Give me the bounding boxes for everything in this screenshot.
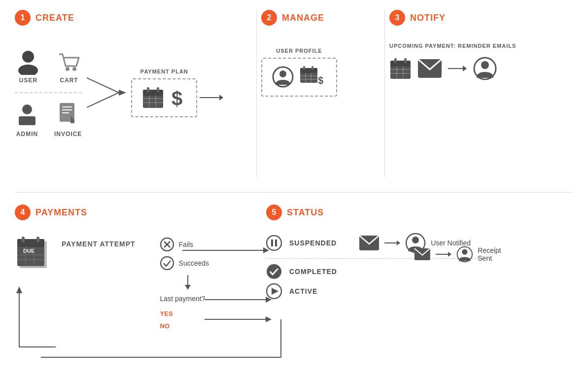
- payment-plan-box: $: [131, 78, 197, 117]
- admin-invoice-row: ADMIN INVOICE: [15, 102, 82, 137]
- calendar-dollar-icon: $: [299, 66, 326, 88]
- svg-rect-34: [390, 61, 411, 67]
- suspended-icon: [266, 235, 282, 251]
- svg-text:$: $: [172, 88, 182, 109]
- svg-rect-48: [36, 237, 39, 242]
- svg-point-67: [267, 264, 281, 279]
- no-row: NO: [160, 322, 209, 330]
- create-divider: [15, 92, 82, 93]
- svg-rect-36: [404, 58, 407, 63]
- svg-point-0: [22, 51, 34, 63]
- diagram: 1 CREATE USER: [0, 0, 588, 377]
- notify-user-icon: [473, 56, 497, 81]
- outcome-branches: Fails Succeeds: [160, 235, 209, 330]
- loop-up-arrow: [16, 286, 23, 293]
- notify-label: NOTIFY: [410, 13, 446, 23]
- step-badge-4: 4: [15, 205, 31, 220]
- cart-icon-container: CART: [57, 50, 81, 84]
- svg-rect-47: [22, 237, 25, 242]
- svg-rect-63: [275, 240, 277, 246]
- user-profile-box: $: [261, 58, 337, 97]
- svg-point-23: [279, 70, 286, 77]
- section-notify: 3 NOTIFY UPCOMING PAYMENT: REMINDER EMAI…: [389, 10, 516, 81]
- svg-marker-78: [266, 316, 272, 322]
- svg-point-2: [66, 67, 69, 71]
- user-profile-label: USER PROFILE: [276, 48, 322, 54]
- manage-header: 2 MANAGE: [261, 10, 337, 26]
- converging-arrows: [87, 63, 126, 122]
- status-header: 5 STATUS: [266, 205, 488, 220]
- cart-label: CART: [60, 77, 78, 84]
- succeed-icon: [160, 256, 174, 270]
- payment-attempt-label: PAYMENT ATTEMPT: [62, 240, 136, 248]
- section-status: 5 STATUS SUSPENDED: [266, 205, 488, 299]
- admin-icon-container: ADMIN: [15, 102, 39, 137]
- due-calendar-icon: DUE: [15, 235, 52, 272]
- no-label: NO: [160, 322, 170, 330]
- svg-rect-9: [62, 112, 69, 113]
- loop-up-arrow-svg: [16, 286, 23, 293]
- completed-label: COMPLETED: [289, 268, 337, 275]
- receipt-sent-label: Receipt Sent: [478, 246, 509, 262]
- admin-icon: [15, 102, 39, 129]
- payment-plan-label: PAYMENT PLAN: [140, 69, 188, 74]
- svg-line-11: [87, 93, 119, 107]
- svg-rect-5: [19, 116, 35, 125]
- horizontal-divider: [15, 192, 573, 193]
- svg-point-43: [481, 61, 489, 69]
- calendar-icon: [142, 87, 164, 109]
- svg-point-57: [161, 257, 173, 270]
- svg-point-4: [22, 104, 32, 114]
- active-label: ACTIVE: [289, 287, 317, 295]
- step-badge-1: 1: [15, 10, 31, 26]
- user-cart-row: USER CART: [15, 48, 82, 84]
- svg-rect-16: [157, 87, 159, 92]
- suspended-arrow: [384, 240, 400, 245]
- succeeds-row: Succeeds: [160, 256, 209, 270]
- section-payments: 4 PAYMENTS DUE: [15, 205, 209, 330]
- fails-row: Fails: [160, 238, 209, 251]
- svg-rect-8: [62, 109, 72, 110]
- completed-row: COMPLETED: [266, 264, 488, 279]
- step-badge-5: 5: [266, 205, 282, 220]
- manage-label: MANAGE: [282, 13, 324, 23]
- notify-content: UPCOMING PAYMENT: REMINDER EMAILS: [389, 43, 516, 81]
- svg-point-61: [267, 236, 281, 250]
- create-label: CREATE: [35, 13, 74, 23]
- svg-rect-15: [147, 87, 149, 92]
- step-badge-3: 3: [389, 10, 405, 26]
- manage-content: USER PROFILE $: [261, 48, 337, 97]
- notify-header: 3 NOTIFY: [389, 10, 516, 26]
- yes-row: YES: [160, 310, 209, 317]
- down-arrow-svg: [184, 275, 191, 290]
- payments-label: PAYMENTS: [35, 207, 87, 218]
- svg-rect-26: [303, 66, 305, 70]
- svg-point-3: [72, 67, 76, 71]
- step-badge-2: 2: [261, 10, 277, 26]
- admin-label: ADMIN: [16, 131, 38, 137]
- svg-point-66: [412, 237, 419, 243]
- svg-rect-14: [143, 90, 163, 96]
- fail-icon: [160, 238, 174, 251]
- receipt-user-icon: [456, 244, 473, 265]
- user-icon: [15, 48, 42, 75]
- invoice-icon-container: INVOICE: [54, 102, 82, 137]
- notify-calendar-icon: [389, 58, 412, 80]
- active-row: ACTIVE: [266, 283, 488, 299]
- receipt-arrow: [436, 252, 451, 257]
- svg-marker-60: [16, 286, 22, 293]
- notify-envelope-icon: [417, 59, 442, 78]
- status-content: SUSPENDED User: [266, 233, 488, 299]
- svg-rect-7: [62, 106, 72, 107]
- down-arrow-container: [167, 275, 209, 290]
- svg-point-1: [18, 65, 38, 75]
- last-payment-label: Last payment?: [160, 295, 209, 303]
- user-profile-icon: [272, 66, 294, 88]
- receipt-row: Receipt Sent: [414, 244, 509, 265]
- due-icon-container: DUE: [15, 235, 52, 272]
- dollar-icon: $: [169, 87, 186, 109]
- svg-marker-69: [272, 288, 278, 295]
- vertical-divider-2: [384, 10, 385, 177]
- active-icon: [266, 283, 282, 299]
- section-create: 1 CREATE USER: [15, 10, 226, 137]
